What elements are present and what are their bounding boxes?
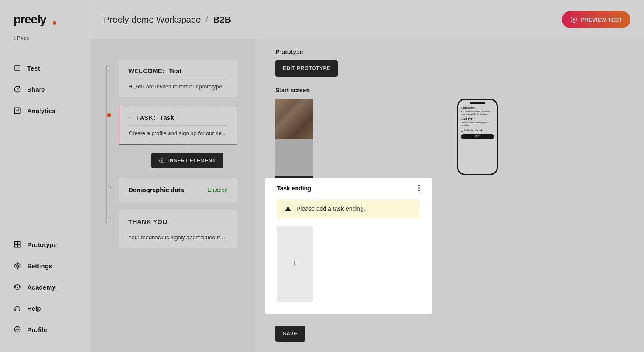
flow-node-dot-active xyxy=(107,113,111,117)
flow-node-dot xyxy=(107,66,111,71)
prototype-section-label: Prototype xyxy=(275,48,624,55)
start-screen-label: Start screen xyxy=(275,87,624,94)
sidebar-label: Profile xyxy=(27,326,47,333)
breadcrumb-sep: / xyxy=(206,14,208,24)
sidebar-label: Test xyxy=(27,65,40,72)
sidebar-item-prototype[interactable]: Prototype xyxy=(0,235,90,254)
phone-intro-text: You have downloaded our app and have ope… xyxy=(461,111,494,116)
back-link[interactable]: Back xyxy=(0,35,90,54)
sidebar: preely Back Test Share Analytics Prototy… xyxy=(0,0,90,352)
card-value: Task xyxy=(160,114,174,121)
task-ending-panel: Task ending Please add a task-ending. + xyxy=(265,178,432,314)
sidebar-label: Academy xyxy=(27,284,56,291)
flow-card-demographic[interactable]: Demographic data Enabled xyxy=(119,178,237,202)
phone-task-heading: YOUR TASK xyxy=(461,118,494,121)
flow-card-welcome[interactable]: WELCOME: Test Hi,You are invited to test… xyxy=(119,60,237,97)
sidebar-item-test[interactable]: Test xyxy=(0,58,90,78)
start-screen-thumb[interactable]: 1 xyxy=(275,99,313,185)
sidebar-label: Share xyxy=(27,86,45,93)
breadcrumb-current: B2B xyxy=(213,14,231,24)
task-icon xyxy=(14,64,21,72)
gear-icon xyxy=(14,262,21,270)
card-body: Your feedback is highly appreciated.It i… xyxy=(128,234,228,241)
svg-rect-4 xyxy=(18,241,20,244)
sidebar-item-help[interactable]: Help xyxy=(0,298,90,318)
edit-prototype-button[interactable]: EDIT PROTOTYPE xyxy=(275,60,338,77)
save-button[interactable]: SAVE xyxy=(275,326,305,342)
card-body: Create a profile and sign up for our new… xyxy=(129,130,227,136)
sidebar-item-profile[interactable]: Profile xyxy=(0,320,90,339)
header: Preely demo Workspace / B2B PREVIEW TEST xyxy=(90,0,644,39)
warning-banner: Please add a task-ending. xyxy=(277,199,420,218)
card-title: Demographic data xyxy=(128,186,184,193)
help-icon xyxy=(14,304,21,312)
svg-point-7 xyxy=(17,265,19,267)
flow-card-thankyou[interactable]: THANK YOU Your feedback is highly apprec… xyxy=(119,210,237,248)
prototype-icon xyxy=(14,241,21,248)
flow-node-dot xyxy=(107,186,111,190)
card-value: Test xyxy=(169,67,182,74)
share-icon xyxy=(14,85,21,93)
warning-text: Please add a task-ending. xyxy=(297,205,365,212)
card-label: TASK: xyxy=(136,114,155,121)
phone-preview: INTRODUCTION You have downloaded our app… xyxy=(457,99,498,175)
preview-test-button[interactable]: PREVIEW TEST xyxy=(562,11,630,28)
academy-icon xyxy=(14,283,21,291)
status-badge: Enabled xyxy=(207,187,228,193)
sidebar-item-share[interactable]: Share xyxy=(0,79,90,99)
svg-rect-3 xyxy=(14,241,17,244)
breadcrumb-workspace[interactable]: Preely demo Workspace xyxy=(104,14,201,24)
plus-circle-icon xyxy=(159,158,165,164)
sidebar-label: Analytics xyxy=(27,107,56,114)
preview-label: PREVIEW TEST xyxy=(581,17,622,23)
insert-element-button[interactable]: INSERT ELEMENT xyxy=(151,153,223,168)
plus-icon: + xyxy=(292,258,298,270)
flow-node-dot xyxy=(107,217,111,221)
breadcrumb: Preely demo Workspace / B2B xyxy=(104,14,231,25)
svg-rect-5 xyxy=(14,245,17,247)
sidebar-item-academy[interactable]: Academy xyxy=(0,277,90,297)
kebab-menu-icon[interactable] xyxy=(418,184,420,193)
phone-notch xyxy=(470,102,485,104)
phone-checkbox: I understand the task xyxy=(461,129,494,132)
card-label: THANK YOU xyxy=(128,218,167,225)
phone-start-button: START xyxy=(461,134,494,139)
play-icon xyxy=(571,16,577,23)
sidebar-label: Help xyxy=(27,305,41,312)
phone-intro-heading: INTRODUCTION xyxy=(461,107,494,110)
flow-card-task[interactable]: ▪▪ TASK: Task Create a profile and sign … xyxy=(119,106,237,145)
thumb-image xyxy=(275,99,313,139)
globe-icon xyxy=(14,326,21,333)
insert-label: INSERT ELEMENT xyxy=(168,158,216,164)
drag-handle-icon[interactable]: ▪▪ xyxy=(129,115,130,120)
flow-column: WELCOME: Test Hi,You are invited to test… xyxy=(90,39,256,352)
sidebar-label: Settings xyxy=(27,262,52,270)
sidebar-item-settings[interactable]: Settings xyxy=(0,256,90,275)
phone-task-text: Create a profile and sign up for our new… xyxy=(461,122,494,127)
task-ending-label: Task ending xyxy=(277,185,311,192)
analytics-icon xyxy=(14,107,21,114)
card-label: WELCOME: xyxy=(128,67,165,74)
svg-rect-6 xyxy=(18,245,20,247)
add-task-ending-tile[interactable]: + xyxy=(277,226,313,302)
thumb-filler xyxy=(275,139,313,176)
warning-icon xyxy=(285,205,291,212)
card-body: Hi,You are invited to test our prototype… xyxy=(128,83,228,90)
logo: preely xyxy=(0,13,90,35)
sidebar-item-analytics[interactable]: Analytics xyxy=(0,101,90,120)
sidebar-label: Prototype xyxy=(27,241,57,248)
